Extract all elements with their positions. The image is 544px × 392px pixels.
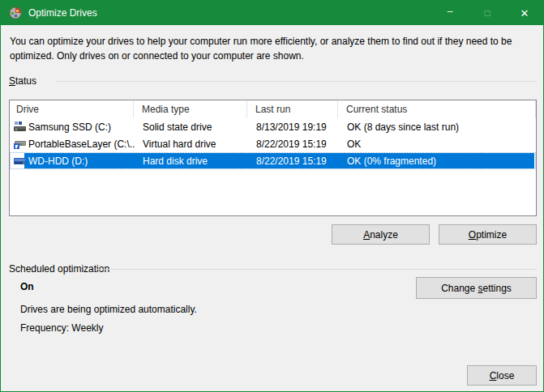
drive-row-portablebaselayer[interactable]: PortableBaseLayer (C:\... Virtual hard d… <box>10 135 536 152</box>
hard-disk-drive-icon <box>14 155 26 167</box>
current-status: OK (0% fragmented) <box>339 156 535 167</box>
drive-name: Samsung SSD (C:) <box>28 121 111 133</box>
last-run: 8/22/2019 15:19 <box>248 138 339 150</box>
current-status: OK <box>339 138 535 150</box>
window-title: Optimize Drives <box>28 7 97 19</box>
column-header-current-status[interactable]: Current status <box>338 100 536 118</box>
column-header-drive[interactable]: Drive <box>10 100 134 118</box>
optimize-drives-icon <box>9 6 22 19</box>
scheduled-optimization-label: Scheduled optimization <box>9 263 109 275</box>
optimize-button[interactable]: Optimize <box>439 224 537 245</box>
media-type: Solid state drive <box>135 121 248 133</box>
scheduled-state: On <box>20 281 34 292</box>
drive-row-wd-hdd[interactable]: WD-HDD (D:) Hard disk drive 8/22/2019 15… <box>10 152 536 169</box>
last-run: 8/22/2019 15:19 <box>248 156 339 167</box>
change-settings-button[interactable]: Change settings <box>416 277 537 299</box>
scheduled-frequency: Frequency: Weekly <box>20 322 104 334</box>
column-header-last-run[interactable]: Last run <box>247 100 338 118</box>
drive-row-samsung-ssd[interactable]: Samsung SSD (C:) Solid state drive 8/13/… <box>10 118 536 135</box>
drive-list-header: Drive Media type Last run Current status <box>10 100 536 118</box>
titlebar: Optimize Drives – □ ✕ <box>1 1 543 25</box>
minimize-button[interactable]: – <box>431 1 469 25</box>
ssd-drive-icon <box>14 121 26 133</box>
status-group-label: Status <box>9 75 36 87</box>
virtual-drive-icon <box>14 138 26 150</box>
close-button[interactable]: Close <box>467 365 537 386</box>
column-header-media-type[interactable]: Media type <box>134 100 247 118</box>
optimize-drives-dialog: Optimize Drives – □ ✕ You can optimize y… <box>0 0 544 392</box>
status-divider <box>56 81 537 82</box>
drive-name: WD-HDD (D:) <box>28 156 88 167</box>
scheduled-divider <box>96 269 537 270</box>
last-run: 8/13/2019 19:19 <box>248 121 339 133</box>
scheduled-description: Drives are being optimized automatically… <box>20 304 197 315</box>
intro-text: You can optimize your drives to help you… <box>10 34 537 63</box>
analyze-button[interactable]: Analyze <box>332 224 430 245</box>
close-window-button[interactable]: ✕ <box>506 1 543 25</box>
window-controls: – □ ✕ <box>431 1 543 25</box>
current-status: OK (8 days since last run) <box>339 121 535 133</box>
media-type: Virtual hard drive <box>135 138 248 150</box>
drive-list: Drive Media type Last run Current status… <box>9 100 537 216</box>
drive-name: PortableBaseLayer (C:\... <box>28 138 135 150</box>
maximize-button: □ <box>469 1 506 25</box>
media-type: Hard disk drive <box>135 156 248 167</box>
